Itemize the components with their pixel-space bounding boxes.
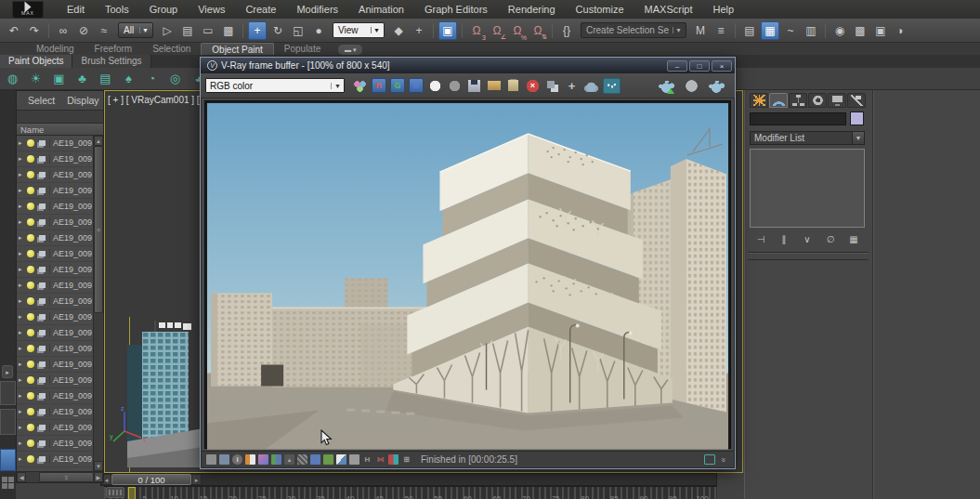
menu-item[interactable]: Group xyxy=(139,4,189,15)
list-item[interactable]: ▸ AE19_009 xyxy=(17,230,93,246)
select-and-rotate-icon[interactable]: ↻ xyxy=(268,21,287,40)
tab-modify[interactable] xyxy=(769,93,788,108)
keyboard-override-icon[interactable]: ▣ xyxy=(438,21,457,40)
pixel-info-icon[interactable] xyxy=(603,78,621,94)
clipboard-icon[interactable] xyxy=(505,78,521,94)
expand-arrow-icon[interactable]: ▸ xyxy=(19,392,26,400)
menu-item[interactable]: Views xyxy=(188,4,235,15)
list-item[interactable]: ▸ AE19_009 xyxy=(17,246,93,262)
unlink-selection-icon[interactable]: ⊘ xyxy=(74,21,93,40)
max-app-button[interactable]: MAX xyxy=(12,1,44,19)
paint-camera-icon[interactable]: ▣ xyxy=(49,72,69,85)
configure-modifier-sets-button[interactable]: ▦ xyxy=(845,234,862,244)
alpha-channel-button[interactable] xyxy=(427,78,443,94)
render-setup-icon[interactable]: ▩ xyxy=(851,21,869,40)
paint-tree-icon[interactable]: ♠ xyxy=(119,72,138,85)
rendered-frame-icon[interactable]: ▣ xyxy=(871,21,890,40)
expand-arrow-icon[interactable]: ▸ xyxy=(19,203,26,210)
monochrome-button[interactable] xyxy=(447,78,463,94)
select-center-icon[interactable]: ● xyxy=(309,21,328,40)
left-tool-button[interactable] xyxy=(0,381,16,405)
selection-filter-dropdown[interactable]: All▼ xyxy=(118,22,153,38)
snaps-toggle-icon[interactable]: Ω3 xyxy=(467,21,486,40)
channels-icon[interactable] xyxy=(271,454,281,465)
paint-object-icon[interactable]: ◔ xyxy=(142,72,162,85)
select-and-move-icon[interactable]: + xyxy=(248,21,267,40)
render-last-icon[interactable] xyxy=(659,78,674,94)
scroll-left-icon[interactable]: ◀ xyxy=(17,472,26,482)
clear-image-icon[interactable]: × xyxy=(525,78,541,94)
horizontal-scrollbar[interactable]: ◀ ≡ ▶ xyxy=(17,471,103,482)
list-item[interactable]: ▸ AE19_009 xyxy=(17,341,93,357)
vertical-scrollbar[interactable]: ▲ ≡ ▼ xyxy=(93,136,103,471)
rectangular-selection-icon[interactable]: ▭ xyxy=(199,21,217,40)
color-corrections-icon[interactable] xyxy=(352,78,368,94)
ribbon-subtab[interactable]: Paint Objects xyxy=(0,55,72,68)
separator[interactable] xyxy=(735,23,736,38)
monitor-icon[interactable] xyxy=(219,454,229,465)
stamp-icon[interactable] xyxy=(206,454,216,465)
list-item[interactable]: ▸ AE19_009 xyxy=(17,136,93,151)
edit-named-selections-icon[interactable]: {} xyxy=(557,21,576,40)
paint-trees-icon[interactable]: ♣ xyxy=(72,72,92,85)
list-item[interactable]: ▸ AE19_009 xyxy=(17,151,93,167)
show-end-result-button[interactable]: ∥ xyxy=(776,234,792,244)
expand-arrow-icon[interactable]: ▸ xyxy=(19,266,26,273)
redo-icon[interactable]: ↷ xyxy=(25,21,44,40)
list-item[interactable]: ▸ AE19_009 xyxy=(17,167,93,183)
left-tool-button-active[interactable] xyxy=(0,449,16,471)
select-and-scale-icon[interactable]: ◱ xyxy=(289,21,307,40)
expand-arrow-icon[interactable]: ▸ xyxy=(19,218,26,226)
tab-hierarchy[interactable] xyxy=(789,93,807,108)
paint-sun-icon[interactable]: ☀ xyxy=(26,72,46,85)
histogram-icon[interactable]: ▲ xyxy=(284,454,294,465)
remove-modifier-button[interactable]: ∅ xyxy=(822,234,839,244)
green-channel-button[interactable]: G xyxy=(390,78,405,93)
separator[interactable] xyxy=(48,23,49,38)
reference-coordinate-dropdown[interactable]: View▼ xyxy=(333,22,385,38)
scroll-up-icon[interactable]: ▲ xyxy=(94,136,103,146)
ribbon-tab[interactable]: Populate xyxy=(274,43,331,55)
time-slider-thumb[interactable]: 0 / 100 xyxy=(111,474,191,485)
paint-bulb-icon[interactable]: ◍ xyxy=(3,72,22,85)
scrollbar-thumb[interactable]: ≡ xyxy=(94,146,103,313)
name-column-header[interactable]: Name xyxy=(17,124,103,136)
object-name-field[interactable] xyxy=(750,112,846,125)
curve-icon[interactable] xyxy=(336,454,346,465)
schematic-view-icon[interactable]: ▥ xyxy=(802,21,820,40)
expand-arrow-icon[interactable]: ▸ xyxy=(19,171,26,178)
tab-motion[interactable] xyxy=(808,93,827,108)
scene-explorer-icon[interactable]: ▦ xyxy=(761,21,779,40)
list-item[interactable]: ▸ AE19_009 xyxy=(17,278,93,294)
expand-arrow-icon[interactable]: ▸ xyxy=(19,234,26,242)
ribbon-tab[interactable]: Modeling xyxy=(26,43,85,55)
compare-horizontal-icon[interactable]: ⋈ xyxy=(375,454,385,465)
expand-arrow-icon[interactable]: ▸ xyxy=(19,408,26,415)
list-item[interactable]: ▸ AE19_009 xyxy=(17,452,93,467)
timeline-ruler[interactable]: 5101520253035404550556065707580859095100 xyxy=(104,486,717,499)
left-tool-button[interactable] xyxy=(0,409,16,435)
spinner-snap-icon[interactable]: Ω⇅ xyxy=(529,21,547,40)
expand-arrow-icon[interactable]: ▸ xyxy=(19,139,26,147)
track-mouse-icon[interactable]: + xyxy=(564,78,580,94)
list-item[interactable]: ▸ AE19_009 xyxy=(17,436,93,452)
menu-item[interactable]: Customize xyxy=(566,4,634,15)
red-channel-button[interactable]: R xyxy=(372,78,386,93)
menu-item[interactable]: Animation xyxy=(348,4,414,15)
layers-icon[interactable] xyxy=(245,454,255,465)
list-item[interactable]: ▸ AE19_009 xyxy=(17,183,93,199)
list-item[interactable]: ▸ AE19_009 xyxy=(17,388,93,404)
select-object-icon[interactable]: ▷ xyxy=(158,21,176,40)
list-item[interactable]: ▸ AE19_009 xyxy=(17,357,93,373)
separator[interactable] xyxy=(433,23,434,38)
menu-item[interactable]: Tools xyxy=(95,4,139,15)
expand-arrow-icon[interactable]: ▸ xyxy=(19,329,26,336)
window-titlebar[interactable]: V V-Ray frame buffer - [100% of 800 x 54… xyxy=(201,58,735,73)
select-and-link-icon[interactable]: ∞ xyxy=(54,21,72,40)
list-item[interactable]: ▸ AE19_009 xyxy=(17,404,93,420)
tab-utilities[interactable] xyxy=(847,93,866,108)
paint-torus-icon[interactable]: ◎ xyxy=(165,72,185,85)
hue-icon[interactable] xyxy=(323,454,333,465)
ribbon-tab[interactable]: Freeform xyxy=(85,43,143,55)
expand-panel-icon[interactable]: ▸ xyxy=(2,365,13,378)
